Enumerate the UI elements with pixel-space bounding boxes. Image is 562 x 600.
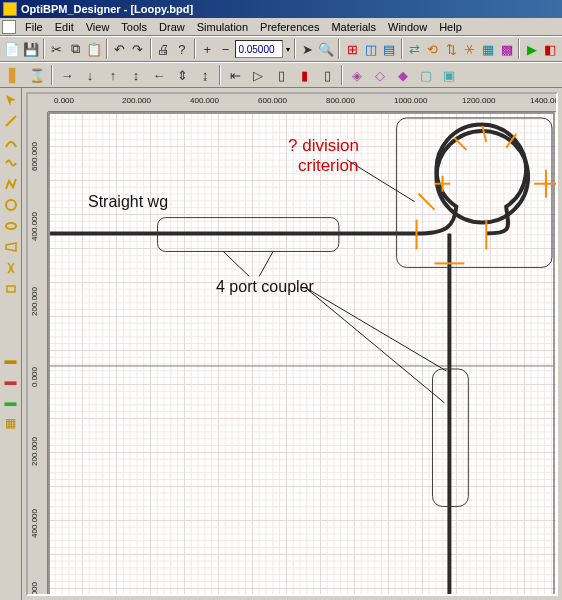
svg-point-2: [6, 223, 16, 229]
arrow-down-button[interactable]: ↓: [79, 64, 101, 86]
svg-rect-3: [7, 286, 15, 292]
tool-b-button[interactable]: ▩: [498, 38, 515, 60]
htick: 1200.000: [462, 96, 495, 105]
pick-tool[interactable]: [1, 90, 21, 110]
menu-materials[interactable]: Materials: [325, 20, 382, 34]
flip-h-button[interactable]: ⇄: [406, 38, 423, 60]
ellipse-tool[interactable]: [1, 216, 21, 236]
svg-rect-4: [49, 113, 554, 596]
htick: 600.000: [258, 96, 287, 105]
arrow-vert-button[interactable]: ↕: [125, 64, 147, 86]
snap1-button[interactable]: ▯: [270, 64, 292, 86]
prop1-button[interactable]: ◈: [346, 64, 368, 86]
arc-tool[interactable]: [1, 132, 21, 152]
menu-edit[interactable]: Edit: [49, 20, 80, 34]
svg-line-26: [482, 126, 486, 142]
htick: 400.000: [190, 96, 219, 105]
layer1-tool[interactable]: ▬: [1, 350, 21, 370]
htick: 800.000: [326, 96, 355, 105]
line-tool[interactable]: [1, 111, 21, 131]
taper-tool[interactable]: [1, 237, 21, 257]
snapleft-button[interactable]: ⇤: [224, 64, 246, 86]
align-left-button[interactable]: ◫: [362, 38, 379, 60]
poly-tool[interactable]: [1, 174, 21, 194]
menu-file[interactable]: File: [19, 20, 49, 34]
save-button[interactable]: 💾: [22, 38, 40, 60]
svg-line-15: [305, 287, 446, 371]
pointer-tool[interactable]: ➤: [299, 38, 316, 60]
run-button[interactable]: ▶: [523, 38, 540, 60]
mdi-icon[interactable]: [2, 20, 16, 34]
menubar: File Edit View Tools Draw Simulation Pre…: [0, 18, 562, 36]
hourglass-button[interactable]: ⌛: [26, 64, 48, 86]
snap3-button[interactable]: ▯: [316, 64, 338, 86]
new-file-button[interactable]: 📄: [3, 38, 21, 60]
prop3-button[interactable]: ◆: [392, 64, 414, 86]
config-button[interactable]: ◧: [542, 38, 559, 60]
curve2-tool[interactable]: [1, 153, 21, 173]
play-button[interactable]: ▷: [247, 64, 269, 86]
subtract-button[interactable]: −: [217, 38, 234, 60]
toolbar-2: ▋ ⌛ → ↓ ↑ ↕ ← ⇕ ↨ ⇤ ▷ ▯ ▮ ▯ ◈ ◇ ◆ ▢ ▣: [0, 62, 562, 88]
cut-button[interactable]: ✂: [48, 38, 65, 60]
menu-view[interactable]: View: [80, 20, 116, 34]
layer4-tool[interactable]: ▦: [1, 413, 21, 433]
lens-tool[interactable]: [1, 258, 21, 278]
design-canvas[interactable]: Straight wg 4 port coupler ? division cr…: [48, 112, 556, 594]
arrow-left-button[interactable]: ←: [148, 64, 170, 86]
svg-line-12: [223, 251, 249, 276]
prop2-button[interactable]: ◇: [369, 64, 391, 86]
design-drawing: [48, 112, 556, 596]
redo-button[interactable]: ↷: [129, 38, 146, 60]
align-right-button[interactable]: ▤: [380, 38, 397, 60]
grid-button[interactable]: ⊞: [343, 38, 360, 60]
paste-button[interactable]: 📋: [85, 38, 103, 60]
arrow-up-button[interactable]: ↑: [102, 64, 124, 86]
mirror-button[interactable]: ⇅: [443, 38, 460, 60]
numeric-input[interactable]: [235, 40, 283, 58]
arrow-updown-button[interactable]: ↨: [194, 64, 216, 86]
snap2-button[interactable]: ▮: [293, 64, 315, 86]
copy-button[interactable]: ⧉: [66, 38, 83, 60]
explode-button[interactable]: ⚹: [461, 38, 478, 60]
svg-point-1: [6, 200, 16, 210]
vtick: 200.000: [30, 287, 39, 316]
svg-line-13: [259, 251, 273, 276]
rotate-button[interactable]: ⟲: [424, 38, 441, 60]
arrow-ud-button[interactable]: ⇕: [171, 64, 193, 86]
undo-button[interactable]: ↶: [111, 38, 128, 60]
tool-a-button[interactable]: ▦: [479, 38, 496, 60]
menu-window[interactable]: Window: [382, 20, 433, 34]
numeric-decrement-button[interactable]: ▾: [284, 38, 291, 60]
menu-tools[interactable]: Tools: [115, 20, 153, 34]
app-icon: [3, 2, 17, 16]
help-button[interactable]: ?: [173, 38, 190, 60]
workspace: ▬ ▬ ▬ ▦ 0.000 200.000 400.000 600.000 80…: [0, 88, 562, 600]
layer2-tool[interactable]: ▬: [1, 371, 21, 391]
arrow-right-button[interactable]: →: [56, 64, 78, 86]
menu-help[interactable]: Help: [433, 20, 468, 34]
prop5-button[interactable]: ▣: [438, 64, 460, 86]
zoom-tool[interactable]: 🔍: [317, 38, 335, 60]
vtick: 600.000: [30, 142, 39, 171]
svg-line-20: [419, 194, 435, 210]
vtick: 600.000: [30, 582, 39, 594]
menu-draw[interactable]: Draw: [153, 20, 191, 34]
add-button[interactable]: +: [199, 38, 216, 60]
circle-tool[interactable]: [1, 195, 21, 215]
vtick: 400.000: [30, 212, 39, 241]
layer3-tool[interactable]: ▬: [1, 392, 21, 412]
ruler-vertical: 600.000 400.000 200.000 0.000 200.000 40…: [28, 112, 48, 594]
sel-button[interactable]: ▋: [3, 64, 25, 86]
menu-preferences[interactable]: Preferences: [254, 20, 325, 34]
htick: 0.000: [54, 96, 74, 105]
ruler-horizontal: 0.000 200.000 400.000 600.000 800.000 10…: [48, 94, 556, 112]
print-button[interactable]: 🖨: [155, 38, 172, 60]
svg-rect-10: [397, 118, 552, 267]
svg-line-25: [454, 138, 466, 150]
vtick: 400.000: [30, 509, 39, 538]
menu-simulation[interactable]: Simulation: [191, 20, 254, 34]
rect-tool[interactable]: [1, 279, 21, 299]
prop4-button[interactable]: ▢: [415, 64, 437, 86]
htick: 200.000: [122, 96, 151, 105]
